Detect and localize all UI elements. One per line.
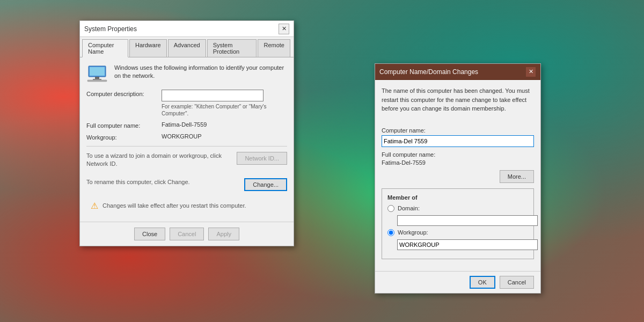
network-info-text: Windows uses the following information t…: [114, 64, 287, 80]
rename-text: To rename this computer, click Change.: [86, 178, 190, 186]
system-props-content: Windows uses the following information t…: [80, 57, 294, 222]
computer-desc-input[interactable]: [162, 90, 264, 101]
domain-full-name-value: Fatima-Del-7559: [382, 159, 534, 166]
svg-rect-1: [90, 67, 105, 76]
system-props-title: System Properties: [84, 25, 137, 33]
change-button[interactable]: Change...: [244, 178, 287, 191]
svg-rect-3: [93, 79, 101, 80]
more-btn-row: More...: [382, 170, 534, 183]
tab-advanced[interactable]: Advanced: [168, 39, 206, 57]
domain-cancel-button[interactable]: Cancel: [500, 276, 534, 289]
domain-radio-label: Domain:: [398, 205, 420, 211]
close-icon: ✕: [529, 68, 533, 75]
domain-full-name-label: Full computer name:: [382, 151, 534, 158]
computer-desc-row: Computer description: For example: "Kitc…: [86, 90, 287, 117]
workgroup-radio-row: Workgroup:: [387, 229, 528, 236]
warning-text: Changes will take effect after you resta…: [103, 202, 246, 209]
tab-computer-name[interactable]: Computer Name: [82, 39, 128, 57]
domain-computer-name-label: Computer name:: [382, 127, 534, 134]
domain-dialog-footer: OK Cancel: [375, 271, 540, 293]
network-id-text: To use a wizard to join a domain or work…: [86, 152, 237, 169]
warning-row: ⚠ Changes will take effect after you res…: [86, 196, 287, 215]
svg-rect-2: [95, 77, 99, 79]
domain-dialog-titlebar: Computer Name/Domain Changes ✕: [375, 64, 540, 80]
domain-changes-dialog: Computer Name/Domain Changes ✕ The name …: [375, 63, 541, 294]
close-button[interactable]: Close: [134, 228, 165, 240]
cancel-button[interactable]: Cancel: [170, 228, 204, 240]
domain-radio-row: Domain:: [387, 205, 528, 212]
workgroup-value: WORKGROUP: [162, 133, 202, 140]
domain-input-field[interactable]: [397, 215, 538, 226]
tab-remote[interactable]: Remote: [258, 39, 290, 57]
computer-icon: [86, 65, 108, 82]
domain-change-message: The name of this computer has been chang…: [375, 80, 540, 120]
workgroup-input-field[interactable]: [397, 239, 538, 250]
system-props-close-button[interactable]: ✕: [279, 24, 289, 34]
svg-rect-4: [87, 80, 107, 82]
full-computer-name-row: Full computer name: Fatima-Dell-7559: [86, 121, 287, 129]
computer-desc-hint: For example: "Kitchen Computer" or "Mary…: [162, 103, 287, 117]
member-of-section: Member of Domain: Workgroup:: [382, 188, 534, 259]
workgroup-radio-label: Workgroup:: [398, 229, 428, 236]
apply-button[interactable]: Apply: [208, 228, 239, 240]
separator-1: [86, 146, 287, 147]
domain-full-name-section: Full computer name: Fatima-Del-7559: [382, 151, 534, 166]
domain-dialog-title: Computer Name/Domain Changes: [379, 68, 478, 76]
system-props-titlebar: System Properties ✕: [80, 21, 294, 37]
tab-system-protection[interactable]: System Protection: [207, 39, 257, 57]
domain-ok-button[interactable]: OK: [470, 276, 495, 289]
domain-computer-name-input[interactable]: [382, 135, 534, 147]
workgroup-row: Workgroup: WORKGROUP: [86, 133, 287, 141]
tab-hardware[interactable]: Hardware: [129, 39, 167, 57]
computer-info-section: Windows uses the following information t…: [86, 64, 287, 82]
member-of-title: Member of: [387, 194, 528, 201]
computer-desc-label: Computer description:: [86, 90, 162, 97]
domain-dialog-close-button[interactable]: ✕: [525, 67, 536, 77]
domain-radio[interactable]: [387, 205, 394, 212]
full-computer-name-value: Fatima-Dell-7559: [162, 121, 207, 128]
system-properties-dialog: System Properties ✕ Computer Name Hardwa…: [79, 20, 294, 246]
warning-icon: ⚠: [91, 201, 98, 211]
close-icon: ✕: [282, 25, 287, 32]
system-props-tabs: Computer Name Hardware Advanced System P…: [80, 37, 294, 57]
network-id-button[interactable]: Network ID...: [237, 152, 287, 165]
domain-form: Computer name: Full computer name: Fatim…: [375, 127, 540, 271]
full-computer-name-label: Full computer name:: [86, 121, 162, 129]
system-props-footer: Close Cancel Apply: [80, 222, 294, 246]
workgroup-radio[interactable]: [387, 229, 394, 236]
more-button[interactable]: More...: [500, 170, 534, 183]
workgroup-label: Workgroup:: [86, 133, 162, 141]
